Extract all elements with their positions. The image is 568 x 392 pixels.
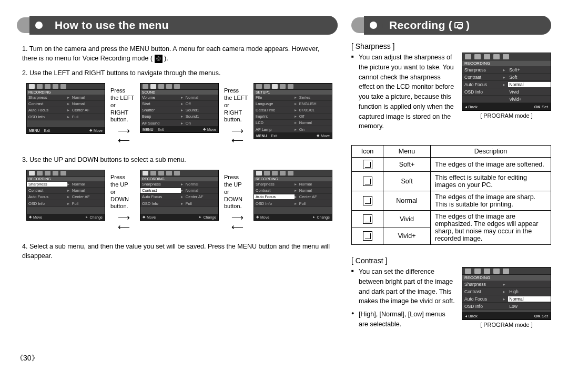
thumbs-ud: RECORDING Sharpness▸Normal Contrast▸Norm… bbox=[22, 170, 332, 232]
contrast-text: You can set the difference between brigh… bbox=[351, 267, 455, 306]
arrow-right-icon: ⟶⟵ bbox=[110, 127, 135, 145]
step-4: 4. Select a sub menu, and then the value… bbox=[22, 242, 332, 261]
lcd-recording-ud1: RECORDING Sharpness▸Normal Contrast▸Norm… bbox=[26, 170, 105, 221]
lcd-sound: SOUND Volume▸Normal Start▸Off Shutter▸So… bbox=[140, 83, 219, 133]
sharp-icon bbox=[363, 196, 372, 205]
thumbs-lr: RECORDING Sharpness▸Normal Contrast▸Norm… bbox=[22, 83, 332, 146]
step-3: 3. Use the UP and DOWN buttons to select… bbox=[22, 155, 332, 164]
page-number: 《30》 bbox=[0, 347, 568, 363]
sharpness-table: Icon Menu Description Soft+ The edges of… bbox=[351, 145, 551, 245]
step-1: 1. Turn on the camera and press the MENU… bbox=[22, 44, 332, 63]
contrast-heading: [ Contrast ] bbox=[351, 256, 551, 265]
right-column: Recording ( ) [ Sharpness ] You can adju… bbox=[351, 16, 551, 338]
voice-icon: ◎ bbox=[155, 55, 163, 64]
sharp-icon bbox=[363, 177, 372, 186]
caption-ud-2: Press the UP or DOWN button. ⟶⟵ bbox=[224, 170, 248, 232]
lcd-recording-ud2: RECORDING Sharpness▸Normal Contrast▸Norm… bbox=[140, 170, 219, 221]
step-2: 2. Use the LEFT and RIGHT buttons to nav… bbox=[22, 68, 332, 78]
sharp-icon bbox=[363, 214, 372, 224]
lcd-recording-ud3: RECORDING Sharpness▸Normal Contrast▸Norm… bbox=[253, 170, 332, 221]
contrast-text2: [High], [Normal], [Low] menus are select… bbox=[351, 310, 455, 329]
caption-ud-1: Press the UP or DOWN button. ⟶⟵ bbox=[110, 170, 135, 232]
caption-lr-2: Press the LEFT or RIGHT button. ⟶⟵ bbox=[224, 83, 248, 146]
sharpness-heading: [ Sharpness ] bbox=[351, 42, 551, 50]
banner-how-to-use: How to use the menu bbox=[17, 16, 338, 35]
sharpness-mode-cap: [ PROGRAM mode ] bbox=[462, 112, 551, 119]
banner-recording: Recording ( ) bbox=[351, 16, 551, 35]
lcd-recording-1: RECORDING Sharpness▸Normal Contrast▸Norm… bbox=[26, 83, 105, 134]
sharp-icon bbox=[363, 160, 372, 169]
lcd-contrast: RECORDING Sharpness▸ Contrast▸High Auto … bbox=[462, 267, 551, 328]
lcd-sharpness: RECORDING Sharpness▸Soft+ Contrast▸Soft … bbox=[462, 53, 551, 119]
contrast-mode-cap: [ PROGRAM mode ] bbox=[462, 322, 551, 328]
sharp-icon bbox=[363, 231, 372, 241]
camera-icon bbox=[454, 22, 463, 28]
sharpness-text: You can adjust the sharpness of the pict… bbox=[351, 53, 455, 131]
lcd-setup1: SETUP1 File▸Series Language▸ENGLISH Date… bbox=[253, 83, 332, 139]
left-column: How to use the menu 1. Turn on the camer… bbox=[17, 16, 338, 338]
caption-lr-1: Press the LEFT or RIGHT button. ⟶⟵ bbox=[110, 83, 135, 146]
